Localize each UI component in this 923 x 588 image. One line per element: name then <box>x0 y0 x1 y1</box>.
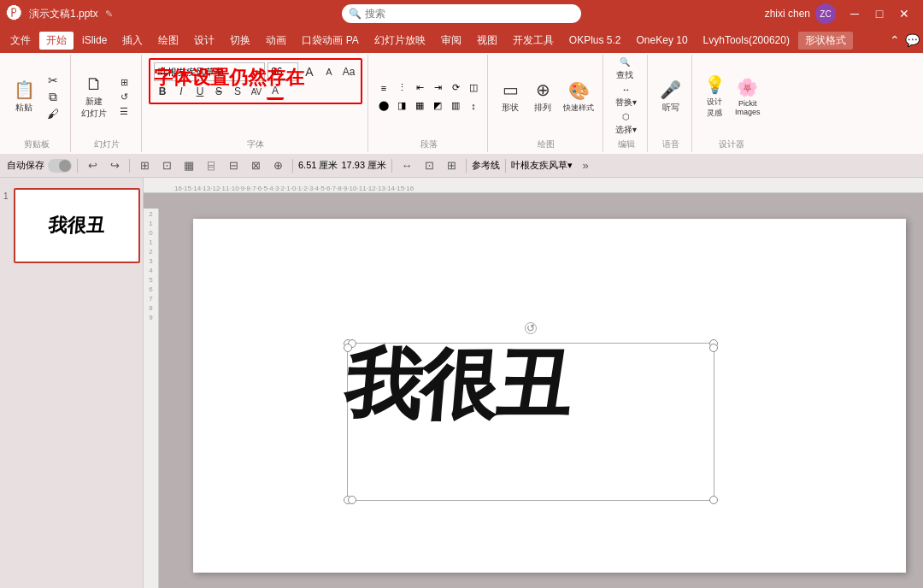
menu-onekey[interactable]: OneKey 10 <box>630 32 695 48</box>
find-button[interactable]: 🔍 查找 <box>613 56 637 82</box>
convert-smartart-button[interactable]: ◫ <box>465 79 482 97</box>
reset-button[interactable]: ↺ <box>112 91 136 103</box>
handle-br[interactable] <box>709 496 718 504</box>
menu-islide[interactable]: iSlide <box>75 32 114 48</box>
font-name-value: 叶根友疾风草书 <box>158 66 224 79</box>
font-size-decrease-button[interactable]: A <box>320 63 338 80</box>
menu-home[interactable]: 开始 <box>39 32 73 50</box>
comments-icon[interactable]: 💬 <box>905 33 920 47</box>
qa-icon5[interactable]: ⊟ <box>224 156 243 175</box>
qa-icon8[interactable]: ↔ <box>397 156 416 175</box>
minimize-button[interactable]: ─ <box>843 5 867 22</box>
rotate-handle[interactable]: ↺ <box>525 322 537 334</box>
font-size-increase-button[interactable]: A <box>301 63 318 80</box>
underline-button[interactable]: U <box>191 83 209 100</box>
section-button[interactable]: ☰ <box>112 105 136 118</box>
qa-icon1[interactable]: ⊞ <box>135 156 154 175</box>
qa-more[interactable]: » <box>576 156 595 175</box>
align-buttons-row: ⬤ ◨ ▦ ◩ ▥ ↕ <box>375 97 482 115</box>
search-input[interactable] <box>365 8 574 20</box>
numbering-button[interactable]: ⋮ <box>393 79 410 97</box>
select-button[interactable]: ⬡ 选择▾ <box>613 111 639 137</box>
designer-group: 💡 设计灵感 🌸 PickitImages 设计器 <box>694 55 769 152</box>
bold-button[interactable]: B <box>154 83 171 100</box>
decrease-indent-button[interactable]: ⇤ <box>411 79 428 97</box>
shape-button[interactable]: ▭ 形状 <box>495 74 526 120</box>
menu-shape-format[interactable]: 形状格式 <box>798 32 853 50</box>
handle-mr[interactable] <box>709 344 718 352</box>
replace-button[interactable]: ↔ 替换▾ <box>613 84 639 109</box>
menu-file[interactable]: 文件 <box>3 32 38 50</box>
menu-view[interactable]: 视图 <box>470 32 504 50</box>
bullets-button[interactable]: ≡ <box>375 79 392 97</box>
menu-review[interactable]: 审阅 <box>434 32 468 50</box>
qa-icon2[interactable]: ⊡ <box>157 156 176 175</box>
justify-button[interactable]: ◩ <box>429 97 446 115</box>
menu-transition[interactable]: 切换 <box>223 32 257 50</box>
format-painter-button[interactable]: 🖌 <box>41 106 65 121</box>
main-area: 1 我很丑 16·15·14·13·12·11·10·9·8·7·6·5·4·3… <box>0 178 923 588</box>
font-reference-label[interactable]: 叶根友疾风草▾ <box>511 159 573 172</box>
font-size-input[interactable]: 66 <box>267 62 298 81</box>
strikethrough-button[interactable]: S <box>210 83 227 100</box>
menu-pocket-anim[interactable]: 口袋动画 PA <box>295 32 365 50</box>
dictate-button[interactable]: 🎤 听写 <box>656 74 686 120</box>
qa-icon9[interactable]: ⊡ <box>420 156 438 175</box>
quick-style-button[interactable]: 🎨 快速样式 <box>560 74 597 120</box>
layout-button[interactable]: ⊞ <box>112 76 136 89</box>
menu-okplus[interactable]: OKPlus 5.2 <box>562 32 628 48</box>
copy-button[interactable]: ⧉ <box>41 89 65 105</box>
shadow-button[interactable]: S <box>229 83 246 100</box>
char-spacing-button[interactable]: AV <box>248 83 265 100</box>
slide-bg[interactable]: ↺ 我很丑 <box>193 219 906 573</box>
new-slide-button[interactable]: 🗋 新建幻灯片 <box>78 73 110 121</box>
maximize-button[interactable]: □ <box>867 5 891 22</box>
slide-thumbnail-1[interactable]: 我很丑 <box>14 188 140 263</box>
canvas-inner: 210123456789 ↺ <box>144 193 923 588</box>
undo-button[interactable]: ↩ <box>83 156 102 175</box>
handle-bm[interactable] <box>348 496 356 504</box>
menu-lvyh[interactable]: LvyhTools(200620) <box>697 32 797 48</box>
font-color-button[interactable]: A <box>267 83 284 100</box>
arrange-button[interactable]: ⊕ 排列 <box>527 74 558 120</box>
redo-button[interactable]: ↪ <box>105 156 124 175</box>
italic-button[interactable]: I <box>173 83 190 100</box>
quick-access-bar: 自动保存 ↩ ↪ ⊞ ⊡ ▦ ⌸ ⊟ ⊠ ⊕ 6.51 厘米 17.93 厘米 … <box>0 154 923 178</box>
paste-button[interactable]: 📋 粘贴 <box>9 74 39 120</box>
close-button[interactable]: ✕ <box>892 5 916 22</box>
design-ideas-button[interactable]: 💡 设计灵感 <box>699 73 730 121</box>
font-name-selector[interactable]: 叶根友疾风草书 <box>154 62 265 81</box>
slide-item-1[interactable]: 1 我很丑 <box>3 188 139 263</box>
font-clear-button[interactable]: Aa <box>340 63 357 80</box>
align-left-button[interactable]: ⬤ <box>375 97 392 115</box>
text-direction-button[interactable]: ⟳ <box>447 79 464 97</box>
increase-indent-button[interactable]: ⇥ <box>429 79 446 97</box>
menu-slideshow[interactable]: 幻灯片放映 <box>367 32 432 50</box>
autosave-label: 自动保存 <box>7 159 44 172</box>
cut-button[interactable]: ✂ <box>41 73 65 88</box>
menu-design[interactable]: 设计 <box>187 32 221 50</box>
find-label: 查找 <box>616 69 633 81</box>
menu-draw[interactable]: 绘图 <box>151 32 185 50</box>
qa-icon3[interactable]: ▦ <box>179 156 198 175</box>
ribbon-collapse-icon[interactable]: ⌃ <box>890 33 900 47</box>
font-row2: B I U S S AV A <box>154 83 357 100</box>
qa-icon10[interactable]: ⊞ <box>442 156 461 175</box>
designer-label: 设计器 <box>719 137 744 150</box>
qa-icon6[interactable]: ⊠ <box>246 156 265 175</box>
window-controls: ─ □ ✕ <box>843 5 916 22</box>
align-right-button[interactable]: ▦ <box>411 97 428 115</box>
pickit-button[interactable]: 🌸 PickitImages <box>732 74 764 120</box>
separator2 <box>129 159 130 173</box>
menu-developer[interactable]: 开发工具 <box>506 32 561 50</box>
qa-icon7[interactable]: ⊕ <box>268 156 287 175</box>
qa-icon4[interactable]: ⌸ <box>202 156 220 175</box>
align-center-button[interactable]: ◨ <box>393 97 410 115</box>
menu-insert[interactable]: 插入 <box>115 32 150 50</box>
menu-animation[interactable]: 动画 <box>259 32 293 50</box>
columns-button[interactable]: ▥ <box>447 97 464 115</box>
shape-label: 形状 <box>502 102 519 114</box>
autosave-toggle[interactable] <box>48 159 72 173</box>
search-bar[interactable]: 🔍 <box>342 4 581 23</box>
line-spacing-button[interactable]: ↕ <box>465 97 482 115</box>
